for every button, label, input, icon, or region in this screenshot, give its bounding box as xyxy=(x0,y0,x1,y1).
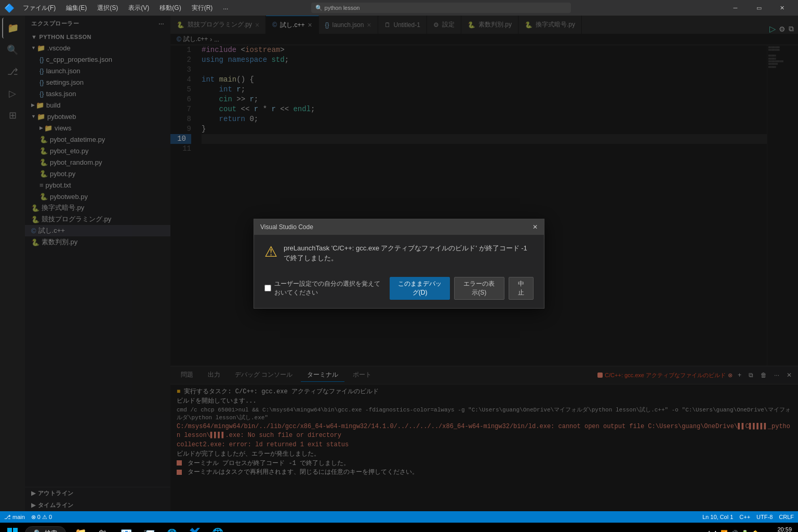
menu-run[interactable]: 実行(R) xyxy=(188,3,217,14)
error-count: 0 xyxy=(37,514,41,520)
language-item[interactable]: C++ xyxy=(739,514,750,520)
taskbar-browser-edge[interactable]: 🌐 xyxy=(162,523,182,532)
encoding-name: UTF-8 xyxy=(756,514,773,520)
taskbar-vscode[interactable] xyxy=(184,523,205,532)
branch-item[interactable]: ⎇ main xyxy=(4,514,25,521)
windows-logo-icon xyxy=(7,528,18,532)
remember-checkbox[interactable] xyxy=(264,285,271,291)
branch-name: main xyxy=(12,514,25,520)
menu-view[interactable]: 表示(V) xyxy=(124,3,153,14)
dialog-footer: ユーザー設定での自分の選択を覚えておいてください このままデバッグ(D) エラー… xyxy=(254,272,544,308)
dialog-overlay: Visual Studio Code ✕ ⚠ preLaunchTask 'C/… xyxy=(0,16,798,511)
titlebar: 🔷 ファイル(F) 編集(E) 選択(S) 表示(V) 移動(G) 実行(R) … xyxy=(0,0,798,16)
tray-clock[interactable]: 20:59 2024/07/29 xyxy=(763,526,792,532)
menu-select[interactable]: 選択(S) xyxy=(93,3,122,14)
menu-bar: ファイル(F) 編集(E) 選択(S) 表示(V) 移動(G) 実行(R) ..… xyxy=(19,3,232,14)
branch-icon: ⎇ xyxy=(4,514,11,521)
menu-edit[interactable]: 編集(E) xyxy=(62,3,91,14)
search-icon: 🔍 xyxy=(34,529,42,532)
encoding-item[interactable]: UTF-8 xyxy=(756,514,773,520)
notification-icon[interactable]: 🔔 xyxy=(752,530,759,533)
dialog: Visual Studio Code ✕ ⚠ preLaunchTask 'C/… xyxy=(254,219,544,309)
cancel-button[interactable]: 中止 xyxy=(509,277,534,300)
start-button[interactable] xyxy=(2,523,23,532)
tray-chevron-icon[interactable]: ^ xyxy=(708,530,710,532)
warning-icon: ⚠ xyxy=(42,514,47,521)
keyboard-icon[interactable]: A xyxy=(714,530,717,532)
line-ending-item[interactable]: CRLF xyxy=(779,514,794,520)
close-button[interactable]: ✕ xyxy=(770,0,794,16)
svg-rect-1 xyxy=(13,528,18,532)
search-bar[interactable]: 🔍 python lesson xyxy=(311,3,571,13)
clock-time: 20:59 xyxy=(763,526,792,532)
vscode-icon xyxy=(190,528,200,532)
show-error-button[interactable]: エラーの表示(S) xyxy=(454,277,504,300)
warning-count: 0 xyxy=(49,514,52,520)
language-name: C++ xyxy=(739,514,750,520)
minimize-button[interactable]: ─ xyxy=(724,0,747,16)
cursor-item[interactable]: Ln 10, Col 1 xyxy=(702,514,733,520)
remember-label[interactable]: ユーザー設定での自分の選択を覚えておいてください xyxy=(264,280,385,297)
dialog-message: preLaunchTask 'C/C++: gcc.exe アクティブなファイル… xyxy=(284,243,534,263)
taskbar-chrome[interactable]: 🌐 xyxy=(207,523,228,532)
cursor-pos: Ln 10, Col 1 xyxy=(702,514,733,520)
errors-item[interactable]: ⊗ 0 ⚠ 0 xyxy=(31,514,52,521)
line-ending-name: CRLF xyxy=(779,514,794,520)
dialog-title-text: Visual Studio Code xyxy=(260,223,313,231)
taskbar: 🔍 検索 📁 🛍 📧 📨 🌐 🌐 ^ A 📶 🔊 🔋 🔔 20:59 2024/… xyxy=(0,523,798,532)
menu-more[interactable]: ... xyxy=(219,3,232,14)
restore-button[interactable]: ▭ xyxy=(747,0,770,16)
network-icon[interactable]: 📶 xyxy=(721,530,728,533)
error-icon: ⊗ xyxy=(31,514,36,521)
taskbar-search[interactable]: 🔍 検索 xyxy=(25,526,66,533)
taskbar-mail[interactable]: 📧 xyxy=(116,523,137,532)
taskbar-store[interactable]: 🛍 xyxy=(93,523,114,532)
menu-file[interactable]: ファイル(F) xyxy=(19,3,60,14)
debug-button[interactable]: このままデバッグ(D) xyxy=(390,277,450,300)
taskbar-outlook[interactable]: 📨 xyxy=(139,523,159,532)
tray-icons: ^ A 📶 🔊 🔋 🔔 xyxy=(708,530,759,533)
dialog-body: ⚠ preLaunchTask 'C/C++: gcc.exe アクティブなファ… xyxy=(254,235,544,272)
remember-text: ユーザー設定での自分の選択を覚えておいてください xyxy=(274,280,385,297)
dialog-title-bar: Visual Studio Code ✕ xyxy=(254,219,544,235)
svg-rect-0 xyxy=(7,528,12,532)
battery-icon[interactable]: 🔋 xyxy=(741,530,749,533)
app-icon: 🔷 xyxy=(4,3,15,13)
dialog-close-icon[interactable]: ✕ xyxy=(533,223,538,231)
search-icon: 🔍 xyxy=(315,5,323,11)
sound-icon[interactable]: 🔊 xyxy=(731,530,738,533)
window-controls: ─ ▭ ✕ xyxy=(724,0,794,16)
taskbar-tray: ^ A 📶 🔊 🔋 🔔 20:59 2024/07/29 xyxy=(708,526,796,532)
search-text: python lesson xyxy=(325,5,360,11)
warning-icon: ⚠ xyxy=(264,243,277,260)
taskbar-apps: 📁 🛍 📧 📨 🌐 🌐 xyxy=(70,523,228,532)
menu-go[interactable]: 移動(G) xyxy=(155,3,185,14)
taskbar-explorer[interactable]: 📁 xyxy=(70,523,91,532)
statusbar: ⎇ main ⊗ 0 ⚠ 0 Ln 10, Col 1 C++ UTF-8 CR… xyxy=(0,511,798,523)
search-label: 検索 xyxy=(45,529,57,533)
